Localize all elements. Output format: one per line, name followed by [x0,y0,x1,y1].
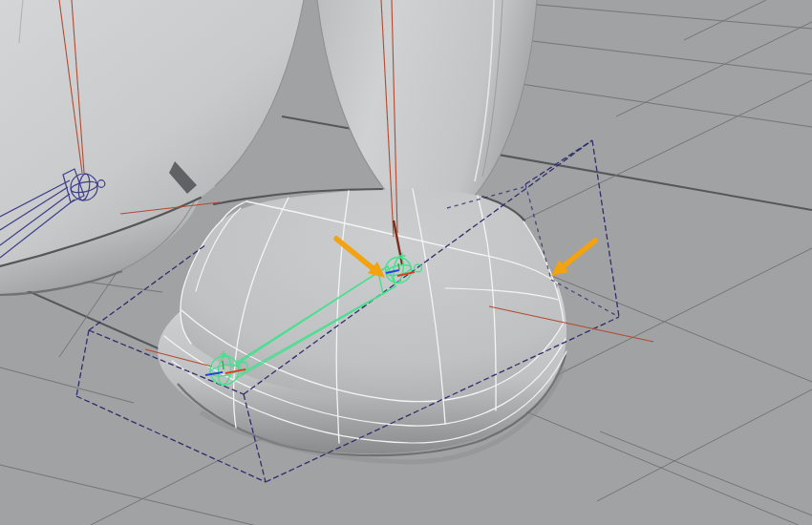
viewport-canvas [0,0,812,525]
3d-viewport[interactable] [0,0,812,525]
